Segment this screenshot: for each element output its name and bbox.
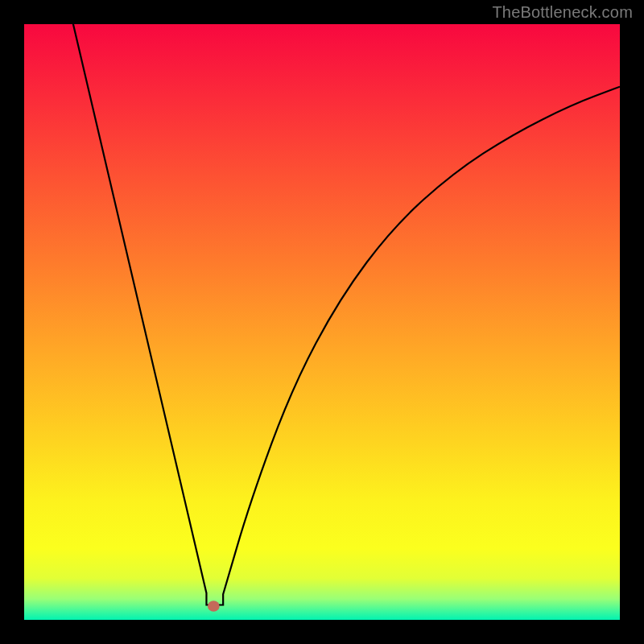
optimum-marker (208, 601, 220, 611)
plot-area (24, 19, 620, 620)
plot-background (24, 24, 620, 620)
chart-svg (0, 0, 644, 644)
chart-root: TheBottleneck.com (0, 0, 644, 644)
